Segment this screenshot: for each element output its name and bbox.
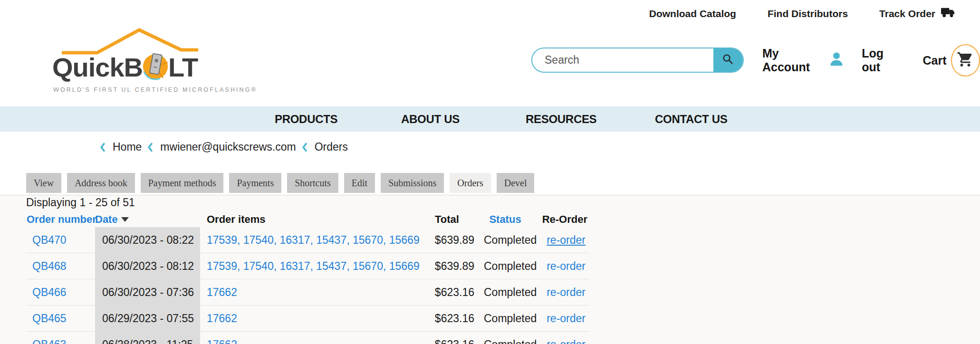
- order-items-cell: 17539, 17540, 16317, 15437, 15670, 15669: [200, 234, 420, 247]
- reorder-link[interactable]: re-order: [547, 312, 586, 325]
- find-distributors-link[interactable]: Find Distributors: [768, 8, 848, 19]
- order-total: $623.16: [435, 286, 474, 299]
- breadcrumb-orders[interactable]: Orders: [315, 141, 348, 153]
- logo-text-prefix: QuickB: [52, 52, 143, 83]
- order-total: $623.16: [435, 312, 474, 325]
- reorder-link[interactable]: re-order: [547, 338, 586, 344]
- order-number-link[interactable]: QB463: [32, 338, 67, 344]
- tab[interactable]: View: [26, 173, 61, 193]
- order-total: $639.89: [435, 260, 474, 273]
- sort-status-link[interactable]: Status: [489, 213, 521, 226]
- tab[interactable]: Submissions: [381, 173, 444, 193]
- column-total: Total: [435, 213, 459, 226]
- chevron-left-icon: [147, 142, 154, 153]
- search-button[interactable]: [713, 48, 743, 73]
- tab[interactable]: Payment methods: [141, 173, 224, 193]
- order-items-cell: 17539, 17540, 16317, 15437, 15670, 15669: [200, 260, 420, 273]
- logo-text-suffix: LT: [168, 52, 198, 83]
- breadcrumb-user-email[interactable]: mwiener@quickscrews.com: [160, 141, 296, 153]
- search-icon: [721, 53, 735, 67]
- order-item-link[interactable]: 15437: [316, 260, 346, 272]
- order-status: Completed: [474, 312, 536, 325]
- comma-separator: ,: [237, 260, 243, 272]
- tab[interactable]: Address book: [67, 173, 135, 193]
- order-item-link[interactable]: 15437: [316, 234, 346, 246]
- user-icon: [827, 50, 845, 70]
- order-status: Completed: [474, 260, 536, 273]
- comma-separator: ,: [237, 234, 243, 246]
- comma-separator: ,: [274, 234, 280, 246]
- comma-separator: ,: [346, 260, 353, 272]
- order-total: $639.89: [435, 234, 474, 247]
- order-item-link[interactable]: 17539: [207, 234, 237, 246]
- order-items-cell: 17662: [200, 286, 420, 299]
- cart-label[interactable]: Cart: [923, 54, 947, 67]
- comma-separator: ,: [346, 234, 353, 246]
- tab[interactable]: Orders: [450, 173, 490, 193]
- order-item-link[interactable]: 16317: [280, 260, 310, 272]
- search-input[interactable]: [532, 54, 713, 67]
- order-item-link[interactable]: 17662: [207, 312, 237, 325]
- main-nav: PRODUCTS ABOUT US RESOURCES CONTACT US: [0, 106, 980, 132]
- reorder-link[interactable]: re-order: [547, 286, 586, 298]
- order-date: 06/30/2023 - 08:12: [95, 260, 200, 273]
- order-number-link[interactable]: QB466: [32, 286, 67, 298]
- sort-date-link[interactable]: Date: [95, 213, 118, 226]
- order-item-link[interactable]: 16317: [280, 234, 310, 246]
- nav-about-us[interactable]: ABOUT US: [401, 106, 460, 132]
- my-account-link[interactable]: My Account: [762, 47, 822, 74]
- order-status: Completed: [474, 234, 536, 247]
- sort-desc-icon: [121, 217, 129, 222]
- reorder-link[interactable]: re-order: [547, 234, 586, 246]
- comma-separator: ,: [383, 234, 389, 246]
- search-bar: [531, 48, 744, 73]
- order-items-cell: 17662: [200, 312, 420, 325]
- order-item-link[interactable]: 17662: [207, 338, 237, 344]
- reorder-link[interactable]: re-order: [547, 260, 586, 272]
- orders-table: Order number Date Order items Total Stat…: [26, 211, 589, 344]
- utility-bar: Download Catalog Find Distributors Track…: [649, 7, 956, 20]
- sort-order-number-link[interactable]: Order number: [26, 213, 95, 226]
- nav-resources[interactable]: RESOURCES: [526, 106, 596, 132]
- cart-icon: [957, 51, 974, 70]
- bolt-icon: [142, 53, 169, 86]
- comma-separator: ,: [383, 260, 389, 272]
- tab[interactable]: Devel: [497, 173, 535, 193]
- tab[interactable]: Payments: [229, 173, 281, 193]
- column-reorder: Re-Order: [542, 213, 589, 226]
- download-catalog-link[interactable]: Download Catalog: [649, 8, 736, 19]
- breadcrumb-home[interactable]: Home: [113, 141, 142, 153]
- order-date: 06/28/2023 - 11:25: [95, 338, 200, 344]
- order-item-link[interactable]: 17540: [243, 260, 274, 272]
- order-status: Completed: [474, 286, 536, 299]
- account-bar: My Account Log out Cart: [762, 44, 980, 76]
- comma-separator: ,: [310, 260, 316, 272]
- order-total: $623.16: [435, 338, 474, 344]
- tab[interactable]: Edit: [344, 173, 375, 193]
- track-order-link[interactable]: Track Order: [879, 7, 956, 20]
- order-number-link[interactable]: QB470: [32, 234, 67, 246]
- tab[interactable]: Shortcuts: [287, 173, 338, 193]
- order-item-link[interactable]: 17539: [207, 260, 237, 272]
- log-out-link[interactable]: Log out: [862, 47, 901, 74]
- breadcrumb: Home mwiener@quickscrews.com Orders: [100, 141, 348, 153]
- order-item-link[interactable]: 17540: [243, 234, 274, 246]
- column-order-items: Order items: [200, 213, 420, 226]
- order-item-link[interactable]: 15670: [353, 234, 383, 246]
- order-status: Completed: [474, 338, 536, 344]
- logo[interactable]: QuickB LT WORLD'S FIRST UL CERTIFIED MIC…: [52, 28, 223, 95]
- nav-products[interactable]: PRODUCTS: [275, 106, 337, 132]
- order-number-link[interactable]: QB465: [32, 312, 67, 325]
- order-item-link[interactable]: 17662: [207, 286, 237, 298]
- order-number-link[interactable]: QB468: [32, 260, 67, 272]
- page: Download Catalog Find Distributors Track…: [0, 0, 980, 344]
- account-tabs: View Address book Payment methods Paymen…: [26, 173, 534, 193]
- order-item-link[interactable]: 15670: [353, 260, 383, 272]
- order-item-link[interactable]: 15669: [389, 260, 420, 272]
- results-summary: Displaying 1 - 25 of 51: [26, 196, 135, 209]
- track-order-label: Track Order: [879, 8, 935, 19]
- cart-button[interactable]: [951, 44, 980, 76]
- truck-icon: [941, 7, 956, 20]
- nav-contact-us[interactable]: CONTACT US: [655, 106, 728, 132]
- order-item-link[interactable]: 15669: [389, 234, 420, 246]
